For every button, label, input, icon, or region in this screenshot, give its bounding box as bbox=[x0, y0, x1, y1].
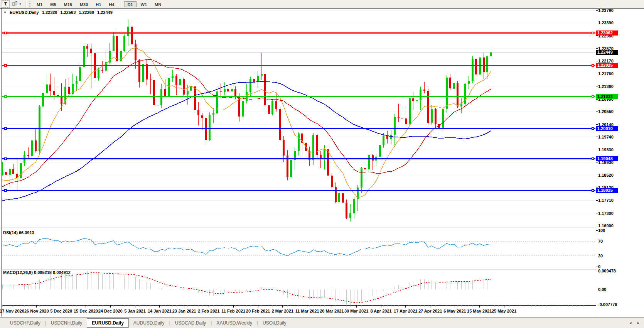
tab-usoil[interactable]: USOil,Daily bbox=[258, 319, 291, 327]
chart-header: ▼ EURUSD,Daily 1.22320 1.22563 1.22260 1… bbox=[3, 10, 113, 15]
hline-price-badge: 1.18025 bbox=[596, 188, 618, 193]
price-axis-label: 1.21760 bbox=[598, 72, 614, 76]
timeframe-button-w1[interactable]: W1 bbox=[137, 1, 151, 7]
macd-indicator-label: MACD(12,26,9) 0.005218 0.004912 bbox=[3, 270, 71, 275]
date-axis-label: 23 Jan 2021 bbox=[172, 309, 196, 313]
symbol-tab-bar: USDCHF,Daily|USDCNH,DailyEURUSD,DailyAUD… bbox=[0, 317, 644, 328]
date-axis-label: 11 Mar 2021 bbox=[295, 309, 319, 313]
chevron-down-icon[interactable]: ▼ bbox=[19, 3, 22, 5]
date-axis-label: 8 Apr 2021 bbox=[370, 309, 391, 313]
price-axis-label: 1.18520 bbox=[598, 173, 614, 177]
symbol-tabs: USDCHF,Daily|USDCNH,DailyEURUSD,DailyAUD… bbox=[5, 318, 291, 328]
tab-eurusd[interactable]: EURUSD,Daily bbox=[87, 318, 129, 328]
toolbar-separator bbox=[120, 1, 121, 7]
price-axis-label: 1.23790 bbox=[598, 8, 614, 13]
price-axis-label: 1.23390 bbox=[598, 21, 614, 25]
date-axis-label: 25 May 2021 bbox=[492, 309, 516, 313]
timeframe-button-m15[interactable]: M15 bbox=[61, 1, 76, 7]
date-axis-label: 20 Mar 2021 bbox=[320, 309, 344, 313]
tab-scroll-right-icon[interactable]: ► bbox=[637, 321, 640, 325]
tab-audusd[interactable]: AUDUSD,Daily bbox=[129, 319, 169, 327]
date-axis-label: 17 Nov 2020 bbox=[0, 309, 24, 313]
date-axis-label: 26 Nov 2020 bbox=[24, 309, 49, 313]
tab-usdcnh[interactable]: USDCNH,Daily bbox=[46, 319, 87, 327]
date-axis-label: 15 Dec 2020 bbox=[74, 309, 98, 313]
date-axis-label: 2 Feb 2021 bbox=[198, 309, 219, 313]
price-axis-label: 1.19330 bbox=[598, 148, 614, 152]
timeframe-button-m30[interactable]: M30 bbox=[76, 1, 91, 7]
date-axis-label: 17 Apr 2021 bbox=[394, 309, 417, 313]
price-axis-label: 1.16900 bbox=[598, 224, 614, 228]
current-price-badge: 1.22449 bbox=[596, 50, 618, 55]
timeframe-button-h4[interactable]: H4 bbox=[105, 1, 118, 7]
timeframe-button-m5[interactable]: M5 bbox=[47, 1, 59, 7]
date-axis-label: 24 Dec 2020 bbox=[98, 309, 123, 313]
hline-price-badge: 1.21032 bbox=[596, 94, 618, 99]
hline-price-badge: 1.23062 bbox=[596, 30, 618, 36]
date-axis-label: 15 May 2021 bbox=[467, 309, 492, 313]
rsi-indicator-label: RSI(14) 66.3913 bbox=[3, 230, 34, 235]
timeframe-button-mn[interactable]: MN bbox=[151, 1, 165, 7]
tab-scroll-left-icon[interactable]: ◄ bbox=[629, 321, 632, 325]
tab-scroll-nav: ◄ ► bbox=[629, 321, 640, 325]
tab-usdchf[interactable]: USDCHF,Daily bbox=[5, 319, 45, 327]
top-toolbar: T ▼ M1M5M15M30H1H4D1W1MN bbox=[0, 0, 644, 8]
price-axis-label: 1.22170 bbox=[598, 59, 614, 63]
date-axis-label: 30 Mar 2021 bbox=[344, 309, 368, 313]
tab-xauusd[interactable]: XAUUSD,Weekly bbox=[212, 319, 256, 327]
price-axis-label: 1.17300 bbox=[598, 211, 614, 215]
date-axis-label: 14 Jan 2021 bbox=[148, 309, 172, 313]
tab-usdcad[interactable]: USDCAD,Daily bbox=[170, 319, 211, 327]
rsi-axis-label: 70 bbox=[598, 239, 603, 243]
timeframe-button-m1[interactable]: M1 bbox=[33, 1, 46, 7]
collapse-triangle-icon[interactable]: ▼ bbox=[3, 11, 7, 14]
date-axis-label: 5 Jan 2021 bbox=[124, 309, 146, 313]
price-axis-label: 1.17710 bbox=[598, 198, 614, 203]
macd-axis-label: 0.009478 bbox=[598, 269, 616, 273]
chart-symbol-label: EURUSD,Daily bbox=[10, 10, 39, 15]
ohlc-high-value: 1.22563 bbox=[60, 10, 76, 15]
timeframe-button-group: M1M5M15M30H1H4D1W1MN bbox=[33, 1, 165, 7]
text-tool-button[interactable]: T bbox=[2, 0, 10, 8]
chart-arrange-icon[interactable] bbox=[12, 1, 18, 7]
toolbar-grip-handle[interactable] bbox=[29, 2, 30, 7]
chart-plot-area[interactable] bbox=[0, 0, 644, 328]
timeframe-button-h1[interactable]: H1 bbox=[92, 1, 105, 7]
price-axis-label: 1.19740 bbox=[598, 135, 614, 139]
date-axis-label: 6 May 2021 bbox=[443, 309, 466, 313]
macd-axis-label: -0.007778 bbox=[598, 303, 617, 307]
date-axis-label: 5 Dec 2020 bbox=[50, 309, 72, 313]
price-axis-label: 1.21360 bbox=[598, 84, 614, 88]
toolbar-separator bbox=[25, 1, 27, 7]
ohlc-open-value: 1.22320 bbox=[42, 10, 57, 15]
arrange-icon-glyph bbox=[12, 1, 18, 7]
ohlc-low-value: 1.22260 bbox=[79, 10, 94, 15]
date-axis-label: 20 Feb 2021 bbox=[246, 309, 270, 313]
date-axis-label: 2 Mar 2021 bbox=[272, 309, 293, 313]
date-axis-label: 11 Feb 2021 bbox=[221, 309, 245, 313]
macd-axis-label: 0.00 bbox=[598, 287, 606, 291]
ohlc-close-value: 1.22449 bbox=[97, 10, 113, 15]
rsi-axis-label: 100 bbox=[598, 228, 605, 233]
date-axis-label: 27 Apr 2021 bbox=[418, 309, 442, 313]
rsi-axis-label: 30 bbox=[598, 254, 603, 258]
hline-price-badge: 1.22025 bbox=[596, 63, 618, 68]
hline-price-badge: 1.20010 bbox=[596, 126, 618, 131]
price-axis-label: 1.20550 bbox=[598, 110, 614, 114]
hline-price-badge: 1.19048 bbox=[596, 156, 618, 161]
timeframe-button-d1[interactable]: D1 bbox=[124, 1, 136, 7]
